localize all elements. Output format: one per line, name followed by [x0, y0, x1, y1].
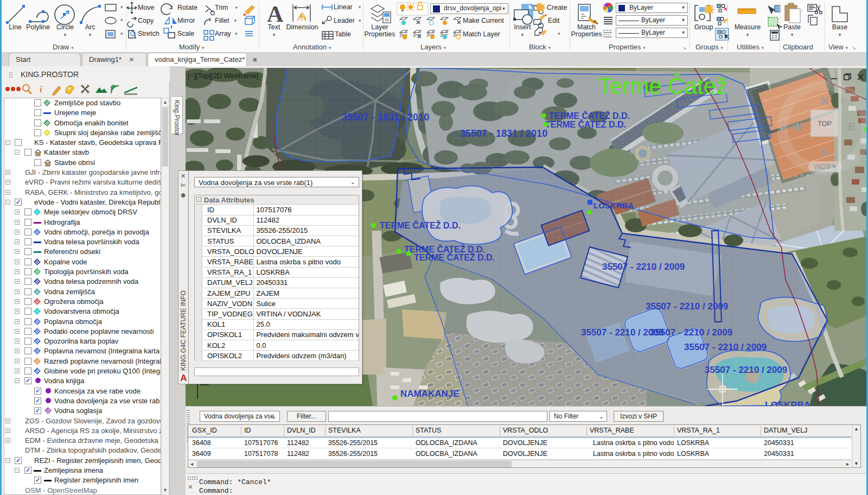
- svg-text:TERME ČATEŽ D.D.: TERME ČATEŽ D.D.: [549, 111, 630, 120]
- svg-text:35507 - 2210 / 2009: 35507 - 2210 / 2009: [705, 365, 787, 375]
- svg-text:35507 - 2210 / 2009: 35507 - 2210 / 2009: [684, 342, 767, 352]
- svg-text:W: W: [793, 120, 803, 132]
- svg-text:LOSKRBA: LOSKRBA: [765, 400, 810, 406]
- svg-text:E: E: [848, 120, 855, 132]
- svg-text:Terme Čatež: Terme Čatež: [598, 73, 727, 99]
- svg-text:[−][Top][2D Wireframe]: [−][Top][2D Wireframe]: [188, 72, 258, 80]
- svg-text:35507 - 2210 / 2009: 35507 - 2210 / 2009: [650, 327, 732, 338]
- svg-text:NAMAKANJE: NAMAKANJE: [400, 389, 459, 399]
- svg-text:35507 - 2210 / 2009: 35507 - 2210 / 2009: [602, 262, 685, 272]
- svg-text:LOSKRBA: LOSKRBA: [593, 201, 634, 210]
- svg-text:S: S: [821, 147, 828, 158]
- svg-text:TERME ČATEŽ D.D.: TERME ČATEŽ D.D.: [380, 220, 461, 230]
- svg-text:N: N: [821, 95, 828, 107]
- svg-text:35507 - 1831 / 2010: 35507 - 1831 / 2010: [342, 112, 429, 123]
- svg-text:TERME ČATEŽ D.D.: TERME ČATEŽ D.D.: [545, 119, 626, 129]
- svg-text:TOP: TOP: [818, 119, 832, 128]
- svg-text:i: i: [40, 84, 42, 94]
- svg-text:35507 - 1831 / 2010: 35507 - 1831 / 2010: [460, 128, 547, 139]
- svg-text:TERME ČATEŽ D.D.: TERME ČATEŽ D.D.: [414, 252, 495, 262]
- svg-text:35507 - 2210 / 2009: 35507 - 2210 / 2009: [646, 301, 728, 312]
